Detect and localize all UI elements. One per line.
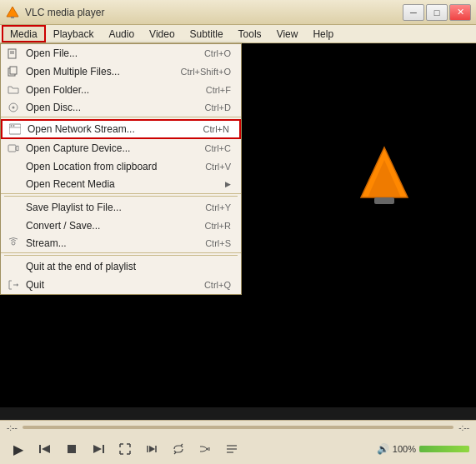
open-folder-icon <box>6 82 21 97</box>
title-bar: VLC media player ─ □ ✕ <box>0 0 476 25</box>
next-button[interactable] <box>87 437 110 461</box>
menu-item-video[interactable]: Video <box>142 25 182 42</box>
svg-rect-21 <box>39 445 41 453</box>
svg-rect-1 <box>11 17 14 18</box>
svg-marker-17 <box>16 146 18 151</box>
svg-marker-22 <box>42 445 50 453</box>
save-playlist-icon <box>6 200 21 215</box>
open-multiple-icon <box>6 64 21 79</box>
maximize-button[interactable]: □ <box>426 4 448 21</box>
menu-quit-end[interactable]: Quit at the end of playlist <box>1 257 241 276</box>
svg-rect-4 <box>374 197 394 204</box>
time-right: -:-- <box>458 423 469 432</box>
menu-open-folder[interactable]: Open Folder... Ctrl+F <box>1 81 241 99</box>
prev-button[interactable] <box>33 437 57 461</box>
frame-button[interactable] <box>140 437 163 461</box>
svg-rect-16 <box>8 145 16 152</box>
stream-icon <box>6 236 21 251</box>
quit-end-icon <box>6 259 21 274</box>
open-location-icon <box>6 159 21 174</box>
open-file-icon <box>6 46 21 61</box>
menu-item-audio[interactable]: Audio <box>101 25 142 42</box>
open-multiple-shortcut: Ctrl+Shift+O <box>180 67 231 77</box>
open-capture-icon <box>6 141 21 156</box>
open-disc-icon <box>6 100 21 115</box>
convert-save-icon <box>6 218 21 233</box>
menu-item-help[interactable]: Help <box>305 25 341 42</box>
svg-point-15 <box>13 125 15 127</box>
volume-icon: 🔊 <box>377 443 389 455</box>
svg-rect-24 <box>103 445 104 453</box>
svg-marker-27 <box>149 446 155 452</box>
app-icon <box>5 5 20 20</box>
volume-bar[interactable] <box>419 446 469 452</box>
svg-marker-20 <box>17 283 18 287</box>
menu-open-disc[interactable]: Open Disc... Ctrl+D <box>1 99 241 117</box>
save-playlist-label: Save Playlist to File... <box>26 202 188 213</box>
volume-bar-fill <box>419 446 469 452</box>
open-capture-shortcut: Ctrl+C <box>205 143 231 153</box>
open-network-icon <box>8 122 23 137</box>
quit-icon <box>6 277 21 292</box>
open-recent-label: Open Recent Media <box>26 178 225 190</box>
menu-item-tools[interactable]: Tools <box>231 25 269 42</box>
menu-item-subtitle[interactable]: Subtitle <box>183 25 231 42</box>
app-title: VLC media player <box>25 7 403 18</box>
stop-button[interactable] <box>60 437 83 461</box>
fullscreen-button[interactable] <box>113 437 137 461</box>
open-network-label: Open Network Stream... <box>28 123 187 135</box>
volume-label: 100% <box>393 444 416 454</box>
open-network-shortcut: Ctrl+N <box>203 124 229 134</box>
menu-quit[interactable]: Quit Ctrl+Q <box>1 276 241 294</box>
stream-shortcut: Ctrl+S <box>205 238 231 248</box>
convert-save-shortcut: Ctrl+R <box>205 221 231 231</box>
menu-open-network[interactable]: Open Network Stream... Ctrl+N <box>1 119 241 139</box>
close-button[interactable]: ✕ <box>449 4 471 21</box>
media-dropdown: Open File... Ctrl+O Open Multiple Files.… <box>0 43 242 295</box>
minimize-button[interactable]: ─ <box>403 4 424 21</box>
svg-point-14 <box>11 125 13 127</box>
menu-open-multiple[interactable]: Open Multiple Files... Ctrl+Shift+O <box>1 62 241 81</box>
loop-button[interactable] <box>167 437 190 461</box>
svg-rect-23 <box>68 445 76 453</box>
svg-point-18 <box>12 242 15 245</box>
menu-item-media[interactable]: Media <box>2 25 46 42</box>
menu-item-playback[interactable]: Playback <box>46 25 102 42</box>
menu-stream[interactable]: Stream... Ctrl+S <box>1 235 241 253</box>
open-location-shortcut: Ctrl+V <box>205 162 231 172</box>
menu-open-recent[interactable]: Open Recent Media <box>1 176 241 194</box>
menu-open-capture[interactable]: Open Capture Device... Ctrl+C <box>1 139 241 157</box>
menu-item-view[interactable]: View <box>269 25 306 42</box>
svg-marker-25 <box>93 445 102 453</box>
stream-label: Stream... <box>26 237 188 249</box>
menu-open-location[interactable]: Open Location from clipboard Ctrl+V <box>1 157 241 176</box>
open-capture-label: Open Capture Device... <box>26 142 188 154</box>
quit-end-label: Quit at the end of playlist <box>26 261 231 272</box>
save-playlist-shortcut: Ctrl+Y <box>205 202 231 212</box>
vlc-cone <box>359 143 409 212</box>
time-left: -:-- <box>7 423 18 432</box>
open-recent-icon <box>6 177 21 192</box>
menu-bar: Media Playback Audio Video Subtitle Tool… <box>0 25 476 43</box>
play-button[interactable]: ▶ <box>7 437 30 461</box>
open-folder-label: Open Folder... <box>26 84 189 96</box>
menu-convert-save[interactable]: Convert / Save... Ctrl+R <box>1 217 241 235</box>
open-folder-shortcut: Ctrl+F <box>206 85 231 95</box>
seekbar-area: -:-- -:-- <box>0 421 476 434</box>
menu-open-file[interactable]: Open File... Ctrl+O <box>1 44 241 62</box>
svg-rect-9 <box>10 67 17 74</box>
seekbar[interactable] <box>23 426 453 429</box>
open-file-label: Open File... <box>26 47 188 59</box>
volume-area: 🔊 100% <box>377 443 469 455</box>
random-button[interactable] <box>193 437 217 461</box>
playlist-button[interactable] <box>220 437 243 461</box>
open-multiple-label: Open Multiple Files... <box>26 66 163 77</box>
open-location-label: Open Location from clipboard <box>26 161 188 172</box>
quit-label: Quit <box>26 279 188 291</box>
menu-save-playlist[interactable]: Save Playlist to File... Ctrl+Y <box>1 198 241 217</box>
convert-save-label: Convert / Save... <box>26 220 188 232</box>
open-disc-label: Open Disc... <box>26 102 188 113</box>
svg-point-11 <box>13 107 15 109</box>
window-controls: ─ □ ✕ <box>403 4 471 21</box>
open-file-shortcut: Ctrl+O <box>204 48 231 58</box>
